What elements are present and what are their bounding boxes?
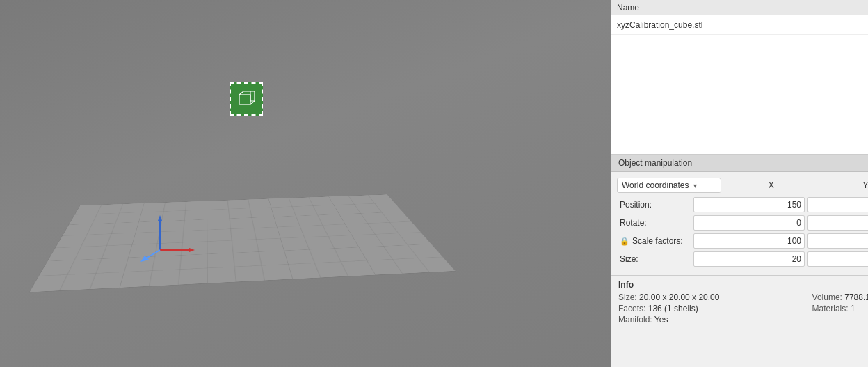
- info-section: Info Size: 20.00 x 20.00 x 20.00 Volume:…: [611, 275, 868, 329]
- axes-indicator: [139, 208, 195, 266]
- position-inputs: [693, 197, 868, 212]
- scale-y-input[interactable]: [807, 233, 868, 249]
- grid: [27, 194, 457, 295]
- scale-inputs: [693, 233, 868, 249]
- svg-marker-7: [140, 256, 149, 262]
- size-row: Size: mm: [617, 251, 868, 267]
- object-list[interactable]: xyzCalibration_cube.stl: [611, 15, 868, 155]
- rotate-label: Rotate:: [617, 218, 693, 228]
- scale-x-input[interactable]: [693, 233, 805, 249]
- scale-row: 🔒 Scale factors: %: [617, 233, 868, 249]
- manipulation-section-title: Object manipulation: [611, 155, 868, 172]
- cube-body: [230, 82, 263, 116]
- info-size: Size: 20.00 x 20.00 x 20.00: [618, 292, 812, 302]
- position-label: Position:: [617, 200, 693, 210]
- size-y-input[interactable]: [807, 251, 868, 267]
- object-list-header: Name Editing: [611, 0, 868, 15]
- 3d-viewport[interactable]: [0, 0, 611, 367]
- info-grid: Size: 20.00 x 20.00 x 20.00 Volume: 7788…: [618, 292, 868, 325]
- coord-row: World coordinates ▾ X Y Z: [617, 178, 868, 193]
- svg-marker-5: [189, 248, 195, 252]
- svg-rect-8: [239, 95, 250, 104]
- info-size-value: 20.00 x 20.00 x 20.00: [639, 292, 719, 302]
- position-x-input[interactable]: [693, 197, 805, 212]
- info-manifold-value: Yes: [654, 315, 668, 325]
- object-item[interactable]: xyzCalibration_cube.stl: [611, 15, 868, 35]
- info-volume: Volume: 7788.19: [812, 292, 868, 302]
- manipulation-section: World coordinates ▾ X Y Z Position: mm: [611, 172, 868, 275]
- info-volume-value: 7788.19: [844, 292, 868, 302]
- info-manifold: Manifold: Yes: [618, 315, 812, 325]
- name-column-header: Name: [617, 3, 868, 13]
- scale-label: 🔒 Scale factors:: [617, 236, 693, 246]
- object-name: xyzCalibration_cube.stl: [617, 20, 868, 30]
- lock-icon[interactable]: 🔒: [620, 237, 629, 246]
- coord-mode-label: World coordinates: [622, 180, 689, 190]
- rotate-y-input[interactable]: [807, 215, 868, 231]
- dropdown-arrow-icon: ▾: [693, 182, 697, 189]
- position-row: Position: mm: [617, 197, 868, 212]
- info-facets: Facets: 136 (1 shells): [618, 304, 812, 313]
- info-facets-value: 136 (1 shells): [648, 304, 698, 313]
- size-label: Size:: [617, 254, 693, 264]
- info-materials-value: 1: [851, 304, 855, 313]
- 3d-object-cube[interactable]: [230, 82, 263, 116]
- svg-marker-3: [158, 215, 162, 221]
- size-x-input[interactable]: [693, 251, 805, 267]
- xyz-headers: X Y Z: [724, 180, 868, 190]
- right-panel: Name Editing xyzCalibration_cube.stl: [611, 0, 868, 367]
- rotate-inputs: [693, 215, 868, 231]
- info-materials: Materials: 1: [812, 304, 868, 313]
- size-inputs: [693, 251, 868, 267]
- x-header: X: [724, 180, 819, 190]
- info-title: Info: [618, 280, 868, 290]
- rotate-row: Rotate: °: [617, 215, 868, 231]
- y-header: Y: [819, 180, 868, 190]
- svg-rect-1: [29, 194, 456, 292]
- rotate-x-input[interactable]: [693, 215, 805, 231]
- position-y-input[interactable]: [807, 197, 868, 212]
- coord-mode-dropdown[interactable]: World coordinates ▾: [617, 178, 721, 193]
